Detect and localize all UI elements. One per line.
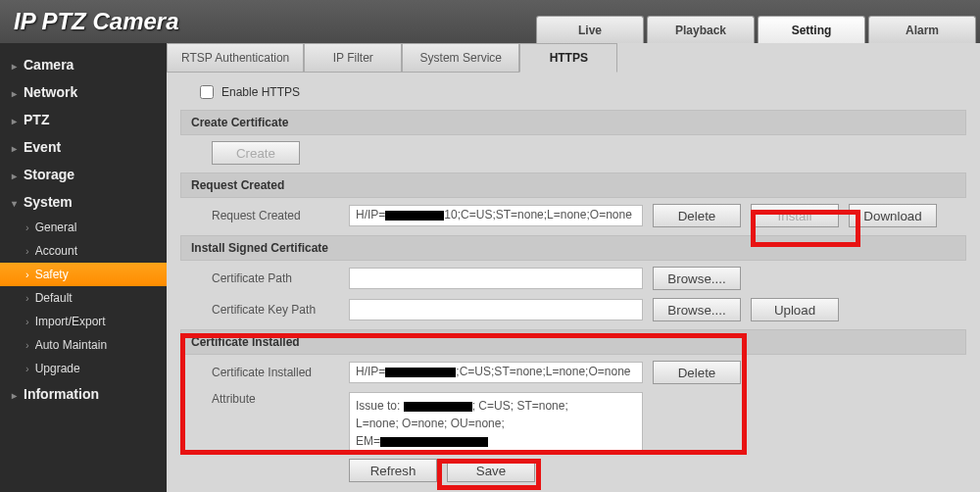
nav-general[interactable]: General [0, 216, 167, 239]
browse-key-button[interactable]: Browse.... [653, 298, 741, 321]
cert-path-input[interactable] [349, 268, 643, 289]
sub-tabs: RTSP Authentication IP Filter System Ser… [167, 43, 980, 73]
section-request-created: Request Created [180, 172, 966, 198]
nav-network[interactable]: Network [0, 78, 167, 106]
nav-camera[interactable]: Camera [0, 51, 167, 78]
browse-cert-button[interactable]: Browse.... [653, 267, 741, 290]
nav-account[interactable]: Account [0, 239, 167, 263]
attribute-label: Attribute [212, 392, 349, 406]
cert-installed-value: H/IP=;C=US;ST=none;L=none;O=none [349, 362, 643, 383]
delete-cert-button[interactable]: Delete [653, 361, 741, 384]
tab-setting[interactable]: Setting [758, 16, 865, 43]
tab-playback[interactable]: Playback [647, 16, 755, 43]
subtab-https[interactable]: HTTPS [519, 43, 617, 73]
left-nav: Camera Network PTZ Event Storage System … [0, 43, 167, 492]
request-created-value: H/IP=10;C=US;ST=none;L=none;O=none [349, 205, 643, 226]
request-created-label: Request Created [212, 209, 349, 222]
app-header: IP PTZ Camera Live Playback Setting Alar… [0, 0, 980, 43]
section-cert-installed: Certificate Installed [180, 329, 966, 355]
nav-safety[interactable]: Safety [0, 263, 167, 286]
nav-event[interactable]: Event [0, 133, 167, 161]
subtab-rtsp-auth[interactable]: RTSP Authentication [167, 43, 304, 73]
cert-path-label: Certificate Path [212, 271, 349, 285]
save-button[interactable]: Save [447, 459, 535, 482]
nav-upgrade[interactable]: Upgrade [0, 357, 167, 380]
nav-ptz[interactable]: PTZ [0, 106, 167, 133]
https-panel: Enable HTTPS Create Certificate Create R… [167, 73, 980, 492]
upload-button[interactable]: Upload [751, 298, 839, 321]
section-create-certificate: Create Certificate [180, 110, 966, 135]
create-button[interactable]: Create [212, 141, 300, 165]
nav-default[interactable]: Default [0, 286, 167, 310]
main-content: RTSP Authentication IP Filter System Ser… [167, 43, 980, 492]
section-install-signed: Install Signed Certificate [180, 235, 966, 261]
cert-key-path-label: Certificate Key Path [212, 303, 349, 317]
nav-import-export[interactable]: Import/Export [0, 310, 167, 333]
download-button[interactable]: Download [849, 204, 937, 227]
subtab-ip-filter[interactable]: IP Filter [304, 43, 402, 73]
enable-https-label: Enable HTTPS [221, 85, 300, 99]
nav-auto-maintain[interactable]: Auto Maintain [0, 333, 167, 357]
tab-live[interactable]: Live [536, 16, 644, 43]
app-title: IP PTZ Camera [14, 8, 179, 35]
subtab-system-service[interactable]: System Service [402, 43, 519, 73]
install-button[interactable]: Install [751, 204, 839, 227]
cert-installed-label: Certificate Installed [212, 366, 349, 379]
nav-system[interactable]: System [0, 188, 167, 216]
delete-request-button[interactable]: Delete [653, 204, 741, 227]
top-tabs: Live Playback Setting Alarm [536, 16, 976, 43]
attribute-value[interactable]: Issue to: ; C=US; ST=none; L=none; O=non… [349, 392, 643, 451]
nav-storage[interactable]: Storage [0, 161, 167, 188]
refresh-button[interactable]: Refresh [349, 459, 437, 482]
cert-key-path-input[interactable] [349, 299, 643, 320]
enable-https-checkbox[interactable] [200, 85, 214, 99]
tab-alarm[interactable]: Alarm [868, 16, 976, 43]
nav-information[interactable]: Information [0, 380, 167, 408]
